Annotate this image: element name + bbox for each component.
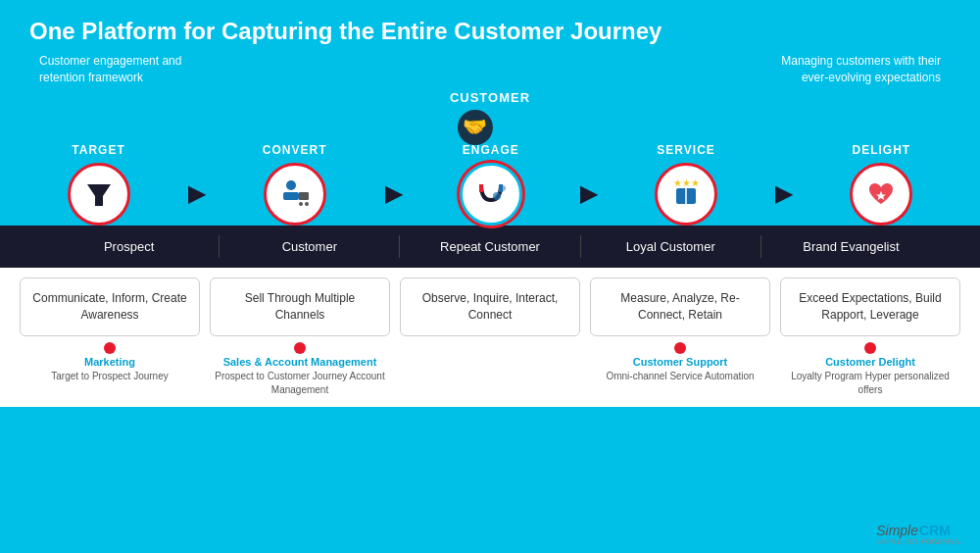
action-box-4: Measure, Analyze, Re-Connect, Retain — [590, 277, 770, 336]
stage-engage-label: ENGAGE — [463, 143, 519, 157]
svg-text:★★★: ★★★ — [673, 178, 700, 188]
stage-engage: ENGAGE — [460, 143, 522, 226]
dot-4 — [864, 342, 876, 354]
logo-tagline: SIMPLE. YET. POWERFUL. — [876, 538, 962, 545]
journey-row: TARGET ▶ CONVERT — [29, 143, 951, 226]
arrow-1: ▶ — [188, 181, 205, 207]
dark-bar-loyal: Loyal Customer — [581, 235, 761, 258]
svg-rect-4 — [283, 192, 299, 200]
dark-bar: Prospect Customer Repeat Customer Loyal … — [0, 226, 980, 268]
category-label-4: Customer Delight — [825, 356, 915, 368]
category-desc-1: Target to Prospect Journey — [51, 370, 169, 383]
col-sales: Sell Through Multiple Channels Sales & A… — [210, 277, 390, 397]
category-desc-4: Loyalty Program Hyper personalized offer… — [780, 370, 960, 397]
arrow-4: ▶ — [775, 181, 792, 207]
bottom-section: Communicate, Inform, Create Awareness Ma… — [0, 268, 980, 407]
stage-service: SERVICE ★★★ — [655, 143, 717, 226]
dark-bar-brand: Brand Evangelist — [761, 235, 941, 258]
action-box-5: Exceed Expectations, Build Rapport, Leve… — [780, 277, 960, 336]
logo-crm: CRM — [919, 523, 951, 538]
dark-bar-customer: Customer — [220, 235, 400, 258]
heart-star-icon — [863, 178, 899, 210]
category-label-3: Customer Support — [633, 356, 728, 368]
col-engage: Observe, Inquire, Interact, Connect — [400, 277, 580, 397]
customer-label: CUSTOMER — [450, 90, 530, 105]
target-circle — [68, 163, 130, 226]
category-desc-3: Omni-channel Service Automation — [606, 370, 754, 383]
customer-center: CUSTOMER 🤝 — [450, 90, 530, 146]
col-delight: Exceed Expectations, Build Rapport, Leve… — [780, 277, 960, 397]
action-box-1: Communicate, Inform, Create Awareness — [20, 277, 200, 336]
category-desc-2: Prospect to Customer Journey Account Man… — [210, 370, 390, 397]
magnet-icon — [473, 178, 509, 210]
stage-convert: CONVERT — [263, 143, 327, 226]
framework-right-label: Managing customers with their ever-evolv… — [764, 53, 941, 86]
logo-block: Simple CRM SIMPLE. YET. POWERFUL. — [876, 523, 962, 545]
dark-bar-prospect: Prospect — [39, 235, 220, 258]
category-label-1: Marketing — [84, 356, 135, 368]
dot-3 — [674, 342, 686, 354]
customer-icon-area: CUSTOMER 🤝 — [29, 90, 951, 139]
stage-delight-label: DELIGHT — [853, 143, 911, 157]
logo-simple: Simple — [876, 523, 918, 538]
main-container: One Platform for Capturing the Entire Cu… — [0, 0, 980, 553]
svg-marker-2 — [87, 184, 111, 206]
svg-point-7 — [305, 202, 309, 206]
svg-text:🤝: 🤝 — [463, 115, 487, 138]
funnel-icon — [83, 178, 115, 210]
cart-person-icon — [277, 178, 313, 210]
service-circle: ★★★ — [655, 163, 717, 226]
stage-target-label: TARGET — [72, 143, 124, 157]
svg-point-6 — [299, 202, 303, 206]
arrow-3: ▶ — [580, 181, 597, 207]
stars-book-icon: ★★★ — [668, 178, 704, 210]
action-box-2: Sell Through Multiple Channels — [210, 277, 390, 336]
top-section: Customer engagement and retention framew… — [0, 53, 980, 226]
convert-circle — [264, 163, 326, 226]
svg-rect-5 — [299, 192, 309, 200]
page-title: One Platform for Capturing the Entire Cu… — [0, 0, 980, 53]
delight-circle — [850, 163, 912, 226]
svg-point-3 — [286, 180, 296, 190]
svg-point-10 — [493, 192, 501, 200]
handshake-icon: 🤝 — [450, 109, 501, 146]
stage-service-label: SERVICE — [657, 143, 714, 157]
arrow-2: ▶ — [385, 181, 402, 207]
stage-convert-label: CONVERT — [263, 143, 327, 157]
dot-2 — [294, 342, 306, 354]
engage-circle — [460, 163, 522, 226]
stage-target: TARGET — [68, 143, 130, 226]
col-marketing: Communicate, Inform, Create Awareness Ma… — [20, 277, 200, 397]
logo-area: Simple CRM SIMPLE. YET. POWERFUL. — [876, 523, 962, 545]
category-label-2: Sales & Account Management — [223, 356, 377, 368]
dot-1 — [104, 342, 116, 354]
framework-left-label: Customer engagement and retention framew… — [39, 53, 196, 86]
action-box-3: Observe, Inquire, Interact, Connect — [400, 277, 580, 336]
stage-delight: DELIGHT — [850, 143, 912, 226]
dark-bar-repeat: Repeat Customer — [400, 235, 580, 258]
framework-labels: Customer engagement and retention framew… — [29, 53, 951, 86]
col-support: Measure, Analyze, Re-Connect, Retain Cus… — [590, 277, 770, 397]
svg-point-11 — [500, 185, 506, 191]
